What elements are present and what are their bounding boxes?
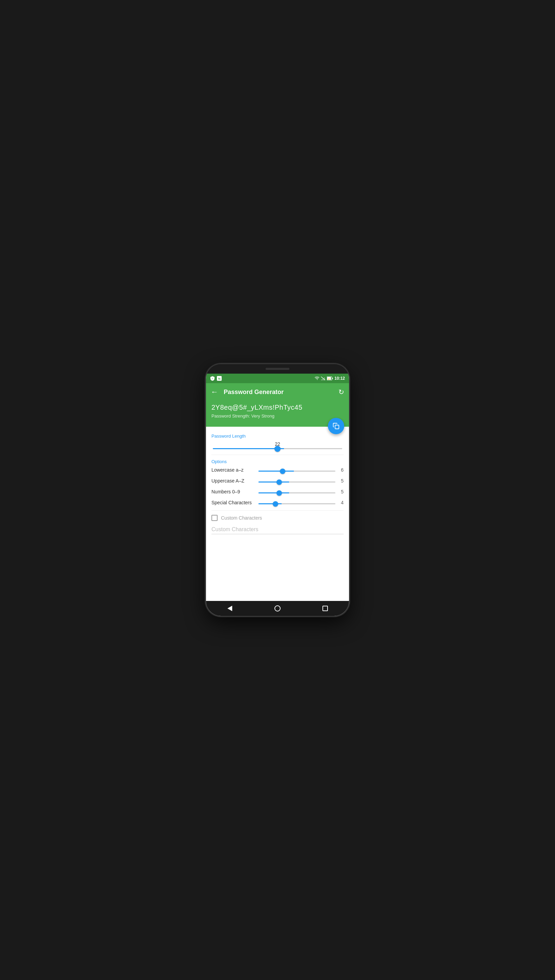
phone-frame: ✓ N bbox=[206, 364, 349, 616]
copy-icon bbox=[332, 422, 340, 430]
password-length-slider-container bbox=[212, 448, 343, 449]
status-right-icons: ⚡ 10:12 bbox=[314, 376, 345, 381]
lowercase-slider-container bbox=[258, 467, 335, 473]
signal-icon bbox=[321, 376, 326, 380]
status-time: 10:12 bbox=[334, 376, 345, 381]
custom-chars-checkbox-row: Custom Characters bbox=[212, 515, 343, 521]
status-left-icons: ✓ N bbox=[210, 376, 222, 381]
uppercase-label: Uppercase A–Z bbox=[212, 478, 256, 484]
custom-chars-checkbox[interactable] bbox=[212, 515, 218, 521]
password-length-section: Password Length 22 bbox=[212, 433, 343, 449]
wifi-icon bbox=[314, 376, 319, 380]
password-length-slider[interactable] bbox=[213, 448, 342, 449]
content-area: Password Length 22 Options Lowercase a–z… bbox=[206, 427, 349, 601]
svg-text:✓: ✓ bbox=[212, 377, 213, 380]
special-slider-container bbox=[258, 500, 335, 506]
back-triangle-icon bbox=[228, 606, 232, 611]
numbers-slider-container bbox=[258, 489, 335, 495]
uppercase-slider[interactable] bbox=[258, 481, 335, 483]
numbers-label: Numbers 0–9 bbox=[212, 489, 256, 494]
n-icon: N bbox=[217, 376, 222, 381]
nav-bar bbox=[206, 601, 349, 616]
speaker bbox=[266, 368, 289, 370]
custom-chars-checkbox-label: Custom Characters bbox=[221, 515, 262, 521]
screen: ✓ N bbox=[206, 374, 349, 616]
divider-2 bbox=[212, 510, 343, 511]
password-length-label: Password Length bbox=[212, 433, 343, 439]
svg-rect-10 bbox=[332, 378, 333, 379]
special-row: Special Characters 4 bbox=[212, 500, 343, 506]
numbers-slider[interactable] bbox=[258, 492, 335, 493]
uppercase-row: Uppercase A–Z 5 bbox=[212, 478, 343, 484]
phone-top bbox=[206, 364, 349, 374]
numbers-value: 5 bbox=[338, 489, 343, 494]
recents-square-icon bbox=[322, 606, 328, 611]
svg-rect-3 bbox=[321, 379, 322, 380]
special-label: Special Characters bbox=[212, 500, 256, 505]
lowercase-slider[interactable] bbox=[258, 471, 335, 472]
toolbar: ← Password Generator ↻ bbox=[206, 383, 349, 401]
generated-password: 2Y8eq@5#_yLXms!PhTyc45 bbox=[212, 404, 343, 411]
options-section: Options Lowercase a–z 6 Uppercase A–Z 5 bbox=[212, 459, 343, 506]
svg-rect-4 bbox=[322, 379, 323, 380]
nav-home-button[interactable] bbox=[271, 602, 284, 614]
uppercase-slider-container bbox=[258, 478, 335, 484]
password-header: 2Y8eq@5#_yLXms!PhTyc45 Password Strength… bbox=[206, 401, 349, 427]
nav-recents-button[interactable] bbox=[319, 602, 331, 614]
svg-text:⚡: ⚡ bbox=[327, 378, 330, 380]
nav-back-button[interactable] bbox=[224, 602, 236, 614]
special-value: 4 bbox=[338, 500, 343, 505]
battery-icon: ⚡ bbox=[327, 376, 333, 380]
custom-chars-input[interactable] bbox=[212, 525, 343, 534]
refresh-button[interactable]: ↻ bbox=[338, 388, 344, 396]
home-circle-icon bbox=[274, 605, 281, 611]
svg-rect-12 bbox=[335, 425, 339, 429]
lowercase-row: Lowercase a–z 6 bbox=[212, 467, 343, 473]
lowercase-value: 6 bbox=[338, 467, 343, 473]
copy-fab[interactable] bbox=[328, 418, 344, 434]
options-label: Options bbox=[212, 459, 343, 464]
special-slider[interactable] bbox=[258, 503, 335, 504]
back-button[interactable]: ← bbox=[211, 388, 218, 396]
password-strength: Password Strength: Very Strong bbox=[212, 413, 343, 419]
uppercase-value: 5 bbox=[338, 478, 343, 484]
lowercase-label: Lowercase a–z bbox=[212, 467, 256, 473]
shield-icon: ✓ bbox=[210, 376, 215, 381]
toolbar-title: Password Generator bbox=[224, 388, 338, 396]
svg-text:N: N bbox=[218, 377, 221, 380]
status-bar: ✓ N bbox=[206, 374, 349, 383]
numbers-row: Numbers 0–9 5 bbox=[212, 489, 343, 495]
